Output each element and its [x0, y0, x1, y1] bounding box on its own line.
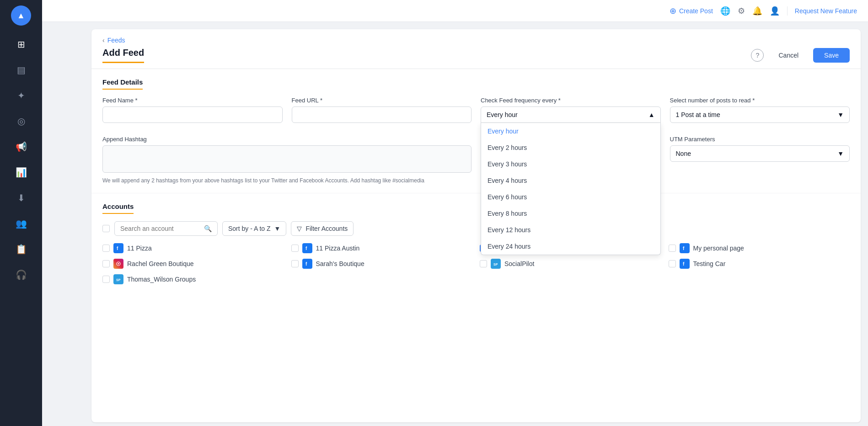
sidebar-item-dashboard[interactable]: ⊞ — [10, 33, 32, 56]
create-post-label: Create Post — [679, 7, 713, 15]
list-item: fMy personal page — [669, 243, 850, 253]
account-name: Rachel Green Boutique — [127, 260, 194, 267]
feed-name-input[interactable] — [102, 106, 283, 123]
sidebar-item-support[interactable]: 🎧 — [10, 263, 32, 286]
account-checkbox[interactable] — [291, 245, 299, 252]
page-header: ‹ Feeds Add Feed ? Cancel Save — [91, 29, 861, 69]
svg-text:f: f — [683, 261, 685, 266]
frequency-option-6hours[interactable]: Every 6 hours — [481, 189, 660, 205]
notifications-icon[interactable]: 🔔 — [752, 6, 762, 16]
cancel-button[interactable]: Cancel — [769, 48, 808, 63]
fb-icon: f — [302, 243, 312, 253]
account-checkbox[interactable] — [102, 260, 110, 267]
feed-url-label: Feed URL * — [292, 97, 472, 104]
frequency-option-3hours[interactable]: Every 3 hours — [481, 156, 660, 172]
posts-dropdown-trigger[interactable]: 1 Post at a time ▼ — [670, 106, 850, 123]
main-content: ‹ Feeds Add Feed ? Cancel Save Feed Deta… — [84, 22, 868, 426]
notes-icon: 📋 — [16, 244, 27, 255]
ig-icon — [113, 259, 123, 269]
sp-icon: SP — [491, 259, 501, 269]
account-name: Sarah's Boutique — [316, 260, 364, 267]
filter-label: Filter Accounts — [305, 225, 348, 232]
sidebar-item-broadcast[interactable]: 📢 — [10, 135, 32, 158]
frequency-selected-value: Every hour — [487, 111, 518, 118]
account-checkbox[interactable] — [102, 276, 110, 283]
account-checkbox[interactable] — [102, 245, 110, 252]
page-title: Add Feed — [102, 48, 144, 63]
account-checkbox[interactable] — [480, 260, 487, 267]
sidebar-item-analytics[interactable]: 📊 — [10, 161, 32, 184]
svg-text:f: f — [683, 246, 685, 251]
list-item: Rachel Green Boutique — [102, 259, 284, 269]
sidebar-item-circle[interactable]: ◎ — [10, 110, 32, 133]
feed-url-input[interactable] — [292, 106, 472, 123]
search-input[interactable] — [120, 225, 200, 232]
people-icon: 👥 — [16, 218, 27, 229]
utm-dropdown-trigger[interactable]: None ▼ — [670, 145, 850, 162]
sidebar-item-people[interactable]: 👥 — [10, 212, 32, 235]
frequency-option-12hours[interactable]: Every 12 hours — [481, 222, 660, 238]
filter-button[interactable]: ▽ Filter Accounts — [291, 221, 354, 236]
feed-name-label: Feed Name * — [102, 97, 283, 104]
account-name: Testing Car — [693, 260, 726, 267]
frequency-option-2hours[interactable]: Every 2 hours — [481, 139, 660, 156]
sort-dropdown[interactable]: Sort by - A to Z ▼ — [222, 221, 286, 236]
breadcrumb-arrow: ‹ — [102, 37, 105, 44]
chevron-down-icon-utm: ▼ — [837, 150, 844, 157]
share-icon: ✦ — [17, 90, 25, 101]
settings-icon[interactable]: ⚙ — [738, 6, 745, 16]
account-name: My personal page — [693, 245, 744, 252]
world-icon[interactable]: 🌐 — [720, 6, 730, 16]
frequency-option-4hours[interactable]: Every 4 hours — [481, 172, 660, 189]
svg-text:f: f — [117, 246, 118, 251]
save-button[interactable]: Save — [813, 48, 850, 63]
page-actions: ? Cancel Save — [751, 48, 850, 63]
account-checkbox[interactable] — [669, 245, 676, 252]
posts-selected-value: 1 Post at a time — [676, 111, 720, 118]
svg-point-5 — [118, 263, 119, 265]
list-item: fSarah's Boutique — [291, 259, 473, 269]
create-post-button[interactable]: ⊕ Create Post — [670, 6, 713, 16]
sidebar-item-notes[interactable]: 📋 — [10, 238, 32, 261]
sidebar-item-inbox[interactable]: ⬇ — [10, 186, 32, 209]
posts-label: Select number of posts to read * — [670, 97, 850, 104]
select-all-checkbox[interactable] — [102, 225, 110, 232]
accounts-title: Accounts — [102, 202, 134, 214]
hashtag-input[interactable] — [102, 145, 472, 173]
frequency-option-8hours[interactable]: Every 8 hours — [481, 205, 660, 222]
logo[interactable]: ▲ — [11, 5, 31, 26]
circle-icon: ◎ — [17, 116, 25, 127]
chevron-down-icon: ▼ — [837, 111, 844, 118]
search-wrapper: 🔍 — [114, 221, 218, 236]
page-container: ‹ Feeds Add Feed ? Cancel Save Feed Deta… — [91, 29, 861, 422]
account-name: 11 Pizza Austin — [316, 245, 360, 252]
frequency-label: Check Feed frequency every * — [481, 97, 661, 104]
user-icon[interactable]: 👤 — [770, 6, 780, 16]
frequency-dropdown-menu: Every hour Every 2 hours Every 3 hours E… — [481, 123, 661, 255]
logo-icon: ▲ — [17, 11, 25, 21]
topbar-divider — [787, 6, 788, 16]
svg-text:f: f — [305, 246, 307, 251]
frequency-option-24hours[interactable]: Every 24 hours — [481, 238, 660, 255]
fb-icon: f — [680, 243, 690, 253]
feed-url-group: Feed URL * — [292, 97, 472, 123]
form-grid: Feed Name * Feed URL * Check Feed freque… — [102, 97, 850, 184]
frequency-option-1hour[interactable]: Every hour — [481, 123, 660, 139]
request-feature-link[interactable]: Request New Feature — [795, 7, 857, 15]
breadcrumb-parent-link[interactable]: Feeds — [107, 37, 125, 44]
account-checkbox[interactable] — [291, 260, 299, 267]
account-name: Thomas_Wilson Groups — [127, 276, 196, 283]
frequency-dropdown-trigger[interactable]: Every hour ▲ — [481, 106, 661, 123]
chart-icon: 📊 — [16, 167, 27, 178]
topbar: ⊕ Create Post 🌐 ⚙ 🔔 👤 Request New Featur… — [42, 0, 868, 22]
help-button[interactable]: ? — [751, 49, 764, 62]
sp-icon: SP — [113, 274, 123, 284]
account-checkbox[interactable] — [669, 260, 676, 267]
sort-label: Sort by - A to Z — [228, 225, 271, 232]
feed-name-group: Feed Name * — [102, 97, 283, 123]
sidebar-item-share[interactable]: ✦ — [10, 84, 32, 107]
accounts-grid: f11 Pizzaf11 Pizza AustintBest Logistics… — [102, 243, 850, 284]
svg-text:SP: SP — [116, 278, 121, 282]
sidebar-item-chat[interactable]: ▤ — [10, 59, 32, 81]
breadcrumb: ‹ Feeds — [102, 37, 850, 44]
